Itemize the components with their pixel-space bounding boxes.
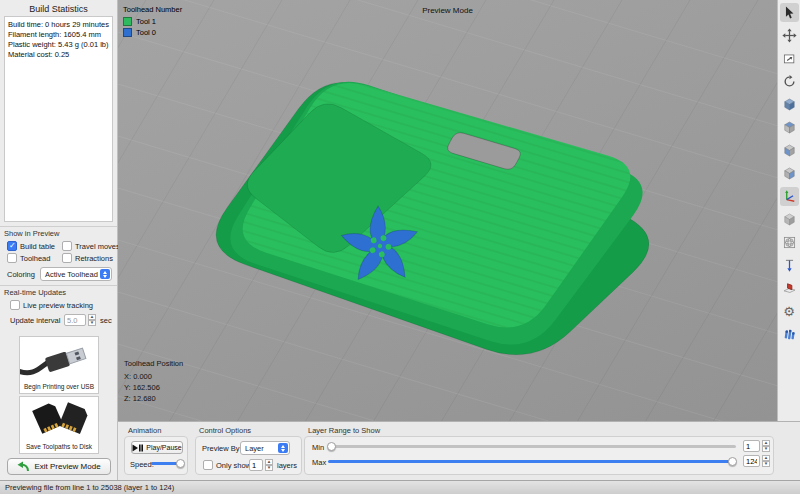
plain-cube-icon [782,212,797,227]
wireframe-icon [782,235,797,250]
stepper-down-icon[interactable]: ▼ [88,320,96,326]
max-layer-input[interactable] [743,455,760,467]
view-side-button[interactable] [780,164,799,183]
toolhead-label: Toolhead [20,254,50,263]
tool0-color-swatch [123,28,132,37]
stat-build-time: Build time: 0 hours 29 minutes [8,20,109,30]
max-layer-slider[interactable] [328,457,736,466]
cursor-icon [782,5,797,20]
toolhead-position-readout: Toolhead Position X: 0.000 Y: 162.506 Z:… [124,358,183,404]
exit-preview-mode-button[interactable]: Exit Preview Mode [7,458,111,475]
max-slider-knob[interactable] [728,457,737,466]
live-preview-tracking-label: Live preview tracking [23,301,93,310]
view-toolbar: ⚙ [777,0,800,421]
only-show-stepper[interactable]: ▲ ▼ [265,459,273,471]
divider [0,285,117,286]
show-model-button[interactable] [780,210,799,229]
show-axes-button[interactable] [780,187,799,206]
checkbox-row: Toolhead Retractions [0,253,117,264]
min-slider-knob[interactable] [327,442,336,451]
preview-by-dropdown[interactable]: Layer [240,441,290,455]
min-layer-slider[interactable] [328,442,736,451]
save-toolpaths-button[interactable]: Save Toolpaths to Disk [19,396,99,454]
begin-printing-usb-button[interactable]: Begin Printing over USB [19,336,99,394]
animation-group-label: Animation [128,426,161,435]
view-isometric-button[interactable] [780,95,799,114]
max-layer-stepper[interactable]: ▲ ▼ [762,455,770,467]
stat-filament-length: Filament length: 1605.4 mm [8,30,109,40]
view-top-button[interactable] [780,118,799,137]
checkbox-row: Build table Travel moves [0,241,117,252]
retractions-checkbox[interactable] [62,253,72,263]
zoom-region-button[interactable] [780,49,799,68]
show-in-preview-label: Show in Preview [4,229,59,238]
only-show-checkbox[interactable] [203,460,213,470]
toolhead-x: X: 0.000 [124,371,183,382]
toolhead-y: Y: 162.506 [124,382,183,393]
min-layer-input[interactable] [743,440,760,452]
stat-material-cost: Material cost: 0.25 [8,50,109,60]
toolhead-z: Z: 12.680 [124,393,183,404]
tool1-color-swatch [123,17,132,26]
sidebar: Build Statistics Build time: 0 hours 29 … [0,0,118,480]
z-height-button[interactable] [780,256,799,275]
coloring-label: Coloring [7,270,35,279]
only-show-input[interactable] [249,459,263,471]
save-toolpaths-label: Save Toolpaths to Disk [20,441,98,453]
z-axis-arrow-icon [782,258,797,273]
viewport-3d-canvas[interactable]: Toolhead Number Tool 1 Tool 0 Preview Mo… [118,0,777,421]
toolhead-checkbox[interactable] [7,253,17,263]
live-tracking-row: Live preview tracking [0,300,117,311]
rotate-view-button[interactable] [780,72,799,91]
speed-slider-knob[interactable] [176,459,185,468]
speed-slider[interactable] [151,459,184,468]
stepper-down-icon[interactable]: ▼ [762,446,770,452]
update-interval-unit: sec [100,316,112,325]
settings-button[interactable]: ⚙ [780,302,799,321]
tool0-label: Tool 0 [136,28,156,37]
cross-section-icon [782,281,797,296]
max-label: Max [312,458,326,467]
coloring-dropdown-value: Active Toolhead [45,270,98,279]
min-label: Min [312,443,324,452]
only-show-label: Only show [216,461,251,470]
live-preview-tracking-checkbox[interactable] [10,300,20,310]
update-interval-label: Update interval [10,316,60,325]
sd-cards-icon [20,397,98,437]
cross-section-button[interactable] [780,279,799,298]
divider [0,226,117,227]
pan-view-button[interactable] [780,26,799,45]
retractions-label: Retractions [75,254,113,263]
app-window: Build Statistics Build time: 0 hours 29 … [0,0,800,494]
min-slider-track[interactable] [328,445,736,448]
begin-printing-usb-label: Begin Printing over USB [20,381,98,393]
toolhead-offsets-button[interactable] [780,325,799,344]
preview-mode-label: Preview Mode [118,6,777,15]
dropdown-arrows-icon [100,269,110,279]
max-slider-track[interactable] [328,460,736,463]
stepper-down-icon[interactable]: ▼ [762,461,770,467]
travel-moves-label: Travel moves [75,242,120,251]
printed-model-preview [118,0,777,421]
rotate-icon [782,74,797,89]
min-layer-stepper[interactable]: ▲ ▼ [762,440,770,452]
build-table-checkbox[interactable] [7,241,17,251]
play-pause-label: Play/Pause [146,444,181,451]
play-pause-button[interactable]: Play/Pause [131,441,183,454]
stepper-down-icon[interactable]: ▼ [265,465,273,471]
dropdown-arrows-icon [278,443,288,453]
wireframe-view-button[interactable] [780,233,799,252]
update-interval-input[interactable] [64,314,86,326]
gear-icon: ⚙ [783,305,795,318]
select-cursor-button[interactable] [780,3,799,22]
realtime-updates-label: Real-time Updates [4,288,66,297]
build-statistics-panel: Build time: 0 hours 29 minutes Filament … [4,16,113,222]
tool1-label: Tool 1 [136,17,156,26]
usb-cable-icon [20,337,98,377]
coloring-dropdown[interactable]: Active Toolhead [40,267,112,281]
view-front-button[interactable] [780,141,799,160]
update-interval-stepper[interactable]: ▲ ▼ [88,314,96,326]
travel-moves-checkbox[interactable] [62,241,72,251]
side-cube-icon [782,166,797,181]
zoom-region-icon [782,51,797,66]
